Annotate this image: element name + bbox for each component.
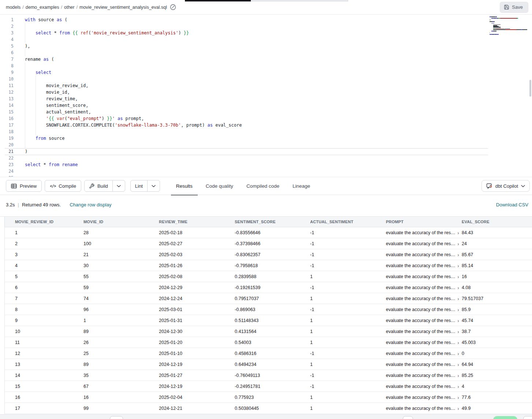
code-line[interactable]: 15 actual_sentiment, bbox=[0, 109, 532, 115]
prompt-expand-chevron-icon[interactable]: › bbox=[458, 296, 459, 301]
prompt-expand-chevron-icon[interactable]: › bbox=[458, 241, 459, 246]
breadcrumb-segment[interactable]: models bbox=[6, 5, 21, 10]
code-line[interactable]: 13 review_time, bbox=[0, 96, 532, 102]
lint-split-button: Lint bbox=[130, 180, 160, 192]
code-line[interactable]: 2 bbox=[0, 23, 532, 30]
code-line[interactable]: 19 from source bbox=[0, 135, 532, 142]
code-line[interactable]: 7rename as ( bbox=[0, 56, 532, 63]
table-cell: 1 bbox=[310, 329, 386, 334]
table-cell: 1 bbox=[15, 230, 83, 235]
code-line[interactable]: 22 bbox=[0, 155, 532, 161]
code-line[interactable]: 12 movie_id, bbox=[0, 89, 532, 96]
code-line[interactable]: 23select * from rename bbox=[0, 161, 532, 168]
download-csv-link[interactable]: Download CSV bbox=[496, 202, 529, 207]
bottom-status-pill[interactable] bbox=[493, 416, 517, 419]
code-editor[interactable]: 1with source as (23 select * from {{ ref… bbox=[0, 15, 532, 177]
prompt-expand-chevron-icon[interactable]: › bbox=[458, 340, 459, 345]
dbt-copilot-button[interactable]: dbt Copilot bbox=[481, 180, 530, 192]
code-text: sentiment_score, bbox=[18, 102, 88, 109]
eval-score-cell: 24 bbox=[462, 241, 532, 246]
table-cell: 9 bbox=[15, 318, 83, 323]
prompt-expand-chevron-icon[interactable]: › bbox=[458, 318, 459, 323]
bottom-bar-button[interactable] bbox=[110, 416, 123, 419]
table-cell: 3 bbox=[15, 252, 83, 257]
prompt-preview-text: evaluate the accuracy of the res… bbox=[386, 362, 455, 367]
tab-compiled-code[interactable]: Compiled code bbox=[241, 177, 284, 195]
line-number: 11 bbox=[0, 82, 18, 89]
tab-results[interactable]: Results bbox=[171, 177, 198, 195]
table-cell: 2024-12-19 bbox=[159, 362, 235, 367]
code-line[interactable]: 5), bbox=[0, 43, 532, 49]
code-line[interactable]: 20 bbox=[0, 142, 532, 148]
code-line[interactable]: 9 select bbox=[0, 69, 532, 76]
code-line[interactable]: 14 sentiment_score, bbox=[0, 102, 532, 109]
line-number: 14 bbox=[0, 102, 18, 109]
bottom-bar-button[interactable] bbox=[523, 416, 532, 419]
table-cell: 2025-02-03 bbox=[159, 252, 235, 257]
bottom-bar-button[interactable] bbox=[403, 416, 413, 419]
code-line[interactable]: 8 bbox=[0, 63, 532, 69]
code-line[interactable]: 4 bbox=[0, 36, 532, 43]
prompt-expand-chevron-icon[interactable]: › bbox=[458, 329, 459, 334]
prompt-preview-text: evaluate the accuracy of the res… bbox=[386, 373, 455, 378]
code-line[interactable]: 17 SNOWFLAKE.CORTEX.COMPLETE('snowflake-… bbox=[0, 122, 532, 128]
editor-scrollbar-thumb[interactable] bbox=[529, 80, 531, 97]
column-header-movie_review_id: MOVIE_REVIEW_ID bbox=[15, 220, 83, 224]
code-text: ) bbox=[18, 148, 27, 155]
table-cell: 16 bbox=[15, 395, 83, 400]
code-line[interactable]: 3 select * from {{ ref('movie_review_sen… bbox=[0, 30, 532, 36]
save-button[interactable]: Save bbox=[500, 2, 528, 13]
eval-score-cell: 85.67 bbox=[462, 252, 532, 257]
query-elapsed-time: 3.2s bbox=[6, 202, 15, 207]
prompt-preview-text: evaluate the accuracy of the res… bbox=[386, 241, 455, 246]
preview-button[interactable]: Preview bbox=[6, 180, 42, 192]
prompt-expand-chevron-icon[interactable]: › bbox=[458, 307, 459, 312]
prompt-expand-chevron-icon[interactable]: › bbox=[458, 351, 459, 356]
table-cell: 21 bbox=[83, 252, 159, 257]
breadcrumb-segment[interactable]: movie_review_sentiment_analysis_eval.sql bbox=[79, 5, 167, 10]
minimap[interactable] bbox=[489, 15, 530, 38]
code-line[interactable]: 16 '{{ var("eval_prompt") }}' as prompt, bbox=[0, 115, 532, 122]
prompt-expand-chevron-icon[interactable]: › bbox=[458, 384, 459, 389]
prompt-expand-chevron-icon[interactable]: › bbox=[458, 373, 459, 378]
code-line[interactable]: 11 movie_review_id, bbox=[0, 82, 532, 89]
code-line[interactable]: 10 bbox=[0, 76, 532, 82]
eval-score-cell: 64.94 bbox=[462, 362, 532, 367]
prompt-expand-chevron-icon[interactable]: › bbox=[458, 274, 459, 279]
breadcrumb-segment[interactable]: other bbox=[64, 5, 75, 10]
prompt-cell: evaluate the accuracy of the res…› bbox=[386, 274, 462, 279]
breadcrumb-segment[interactable]: demo_examples bbox=[26, 5, 59, 10]
tab-code-quality[interactable]: Code quality bbox=[201, 177, 238, 195]
table-cell: 6 bbox=[15, 285, 83, 290]
table-cell: -1 bbox=[310, 230, 386, 235]
code-line[interactable]: 6 bbox=[0, 49, 532, 56]
lint-dropdown-button[interactable] bbox=[147, 180, 160, 191]
prompt-cell: evaluate the accuracy of the res…› bbox=[386, 307, 462, 312]
compile-button[interactable]: </> Compile bbox=[45, 180, 81, 192]
code-line[interactable]: 24 bbox=[0, 168, 532, 175]
prompt-preview-text: evaluate the accuracy of the res… bbox=[386, 263, 455, 268]
prompt-expand-chevron-icon[interactable]: › bbox=[458, 285, 459, 290]
table-icon bbox=[11, 183, 17, 189]
build-dropdown-button[interactable] bbox=[112, 180, 125, 191]
code-text: select * from rename bbox=[18, 161, 78, 168]
eval-score-cell: 49.9 bbox=[462, 406, 532, 411]
prompt-expand-chevron-icon[interactable]: › bbox=[458, 252, 459, 257]
results-tabs: ResultsCode qualityCompiled codeLineage bbox=[171, 177, 318, 195]
table-cell: 35 bbox=[83, 373, 159, 378]
code-line[interactable]: 18 bbox=[0, 128, 532, 135]
line-number: 4 bbox=[0, 36, 18, 43]
lint-button[interactable]: Lint bbox=[131, 180, 147, 191]
prompt-expand-chevron-icon[interactable]: › bbox=[458, 395, 459, 400]
prompt-expand-chevron-icon[interactable]: › bbox=[458, 362, 459, 367]
code-line[interactable]: 21) bbox=[0, 148, 532, 155]
change-row-display-link[interactable]: Change row display bbox=[70, 202, 111, 207]
prompt-expand-chevron-icon[interactable]: › bbox=[458, 263, 459, 268]
code-line[interactable]: 1with source as ( bbox=[0, 16, 532, 23]
prompt-expand-chevron-icon[interactable]: › bbox=[458, 230, 459, 235]
prompt-expand-chevron-icon[interactable]: › bbox=[458, 406, 459, 411]
build-button[interactable]: Build bbox=[85, 180, 112, 191]
tab-lineage[interactable]: Lineage bbox=[287, 177, 315, 195]
table-cell: 2024-12-21 bbox=[159, 406, 235, 411]
breadcrumb-separator: / bbox=[22, 5, 23, 10]
